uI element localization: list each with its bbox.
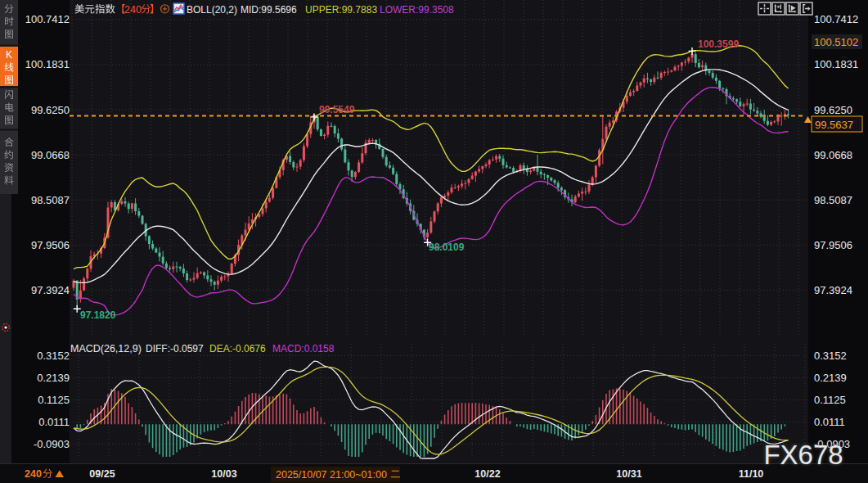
svg-text:09/25: 09/25: [89, 468, 115, 480]
svg-text:0.0111: 0.0111: [38, 416, 70, 428]
svg-text:99.0668: 99.0668: [814, 149, 852, 161]
svg-text:97.3924: 97.3924: [31, 284, 70, 296]
svg-text:2025/10/07 21:00~01:00: 2025/10/07 21:00~01:00: [276, 469, 387, 481]
svg-text:100.1831: 100.1831: [25, 58, 70, 70]
svg-text:98.0109: 98.0109: [429, 242, 465, 253]
svg-text:0.3152: 0.3152: [37, 350, 70, 362]
svg-text:LOWER:99.3508: LOWER:99.3508: [380, 4, 454, 16]
svg-text:MID:99.5696: MID:99.5696: [241, 4, 297, 16]
svg-text:0.1125: 0.1125: [814, 394, 846, 406]
svg-text:0.0111: 0.0111: [814, 416, 845, 428]
svg-text:10/31: 10/31: [616, 468, 641, 480]
svg-text:97.9506: 97.9506: [31, 239, 70, 251]
svg-text:97.9506: 97.9506: [814, 239, 852, 251]
svg-text:99.6250: 99.6250: [31, 104, 70, 116]
svg-text:100.3599: 100.3599: [698, 38, 739, 50]
svg-text:0.2139: 0.2139: [814, 372, 847, 384]
svg-text:FX678: FX678: [763, 440, 843, 470]
svg-text:99.6250: 99.6250: [814, 104, 852, 116]
svg-text:99.0668: 99.0668: [31, 149, 70, 161]
svg-text:K: K: [6, 49, 12, 61]
svg-text:240: 240: [25, 468, 42, 480]
svg-text:98.5087: 98.5087: [31, 194, 70, 206]
svg-text:100.5102: 100.5102: [814, 36, 858, 48]
svg-text:DEA:-0.0676: DEA:-0.0676: [209, 343, 266, 354]
svg-text:97.1820: 97.1820: [80, 309, 116, 321]
svg-text:0.3152: 0.3152: [814, 350, 847, 362]
svg-text:10/22: 10/22: [474, 468, 500, 480]
svg-text:100.1831: 100.1831: [814, 58, 858, 70]
svg-text:240: 240: [124, 4, 142, 16]
svg-text:BOLL(20,2): BOLL(20,2): [187, 4, 237, 16]
svg-text:10/03: 10/03: [211, 468, 236, 480]
svg-text:99.5637: 99.5637: [815, 119, 853, 131]
svg-text:MACD(26,12,9): MACD(26,12,9): [70, 343, 142, 354]
svg-text:UPPER:99.7883: UPPER:99.7883: [305, 4, 377, 16]
svg-text:0.1125: 0.1125: [38, 394, 70, 406]
svg-text:-0.0903: -0.0903: [34, 438, 70, 450]
svg-text:97.3924: 97.3924: [814, 284, 852, 296]
svg-text:100.7412: 100.7412: [25, 13, 70, 25]
svg-text:11/10: 11/10: [739, 468, 764, 480]
svg-text:99.5549: 99.5549: [319, 104, 355, 115]
svg-text:DIFF:-0.0597: DIFF:-0.0597: [146, 343, 204, 354]
svg-text:100.7412: 100.7412: [814, 13, 858, 25]
svg-text:98.5087: 98.5087: [814, 194, 852, 206]
svg-text:MACD:0.0158: MACD:0.0158: [272, 343, 335, 354]
svg-text:0.2139: 0.2139: [37, 372, 70, 384]
